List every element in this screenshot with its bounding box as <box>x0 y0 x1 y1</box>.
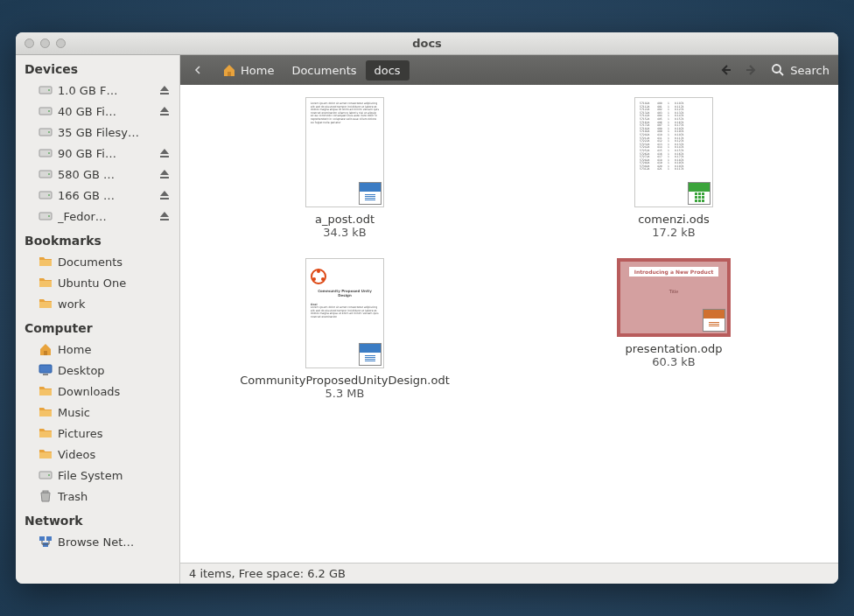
home-icon <box>38 342 52 356</box>
drive-icon <box>38 146 52 160</box>
breadcrumb-label: Documents <box>291 64 356 77</box>
sidebar-item[interactable]: Music <box>16 402 179 423</box>
svg-rect-15 <box>43 374 48 375</box>
sidebar-item[interactable]: Browse Net… <box>16 531 179 552</box>
svg-line-23 <box>780 72 783 75</box>
drive-icon <box>38 125 52 139</box>
file-thumbnail: Introducing a New ProductTitle <box>617 258 731 337</box>
filetype-badge-writer-icon <box>359 343 382 366</box>
pres-sub: Title <box>669 289 679 294</box>
sidebar-item[interactable]: Documents <box>16 251 179 272</box>
file-thumbnail: 57102440010.107457112440110.117457122440… <box>634 97 713 207</box>
breadcrumb-label: Home <box>241 64 274 77</box>
file-size: 17.2 kB <box>652 226 696 239</box>
file-name: presentation.odp <box>622 342 726 355</box>
svg-point-1 <box>48 89 50 91</box>
sidebar-item[interactable]: Videos <box>16 444 179 465</box>
sidebar-item-label: File System <box>58 469 171 482</box>
sidebar-item-label: Videos <box>58 448 171 461</box>
status-text: 4 items, Free space: 6.2 GB <box>189 567 346 580</box>
sidebar-header: Computer <box>16 314 179 339</box>
eject-icon[interactable] <box>158 105 171 117</box>
sidebar-item-label: Ubuntu One <box>58 276 171 290</box>
window-body: Devices1.0 GB F…40 GB Fi…35 GB Filesy…90… <box>16 55 838 584</box>
breadcrumb-home[interactable]: Home <box>214 60 283 80</box>
sidebar-item[interactable]: 40 GB Fi… <box>16 101 179 122</box>
file-size: 5.3 MB <box>326 387 365 400</box>
sidebar-item[interactable]: Trash <box>16 486 179 507</box>
main-area: Home Documents docs Search Lorem i <box>180 55 838 584</box>
filetype-badge-calc-icon <box>688 182 710 205</box>
svg-rect-18 <box>43 491 48 493</box>
home-icon <box>222 63 236 77</box>
drive-icon <box>38 83 52 97</box>
sidebar-item[interactable]: 580 GB … <box>16 164 179 185</box>
sidebar-item[interactable]: _Fedor… <box>16 206 179 227</box>
svg-point-3 <box>48 110 50 112</box>
eject-icon[interactable] <box>158 210 171 222</box>
filetype-badge-impress-icon <box>703 309 725 332</box>
file-thumbnail: Community Proposed Unity DesignGoalLorem… <box>305 258 384 368</box>
file-item[interactable]: Lorem ipsum dolor sit amet consectetur a… <box>180 92 509 244</box>
sidebar-item[interactable]: Desktop <box>16 360 179 381</box>
toolbar: Home Documents docs Search <box>180 55 838 85</box>
nav-forward-icon[interactable] <box>745 63 759 77</box>
file-item[interactable]: Community Proposed Unity DesignGoalLorem… <box>180 253 509 405</box>
breadcrumb-documents[interactable]: Documents <box>283 60 365 80</box>
sidebar-item[interactable]: File System <box>16 465 179 486</box>
eject-icon[interactable] <box>158 189 171 201</box>
search-button[interactable]: Search <box>771 63 830 77</box>
titlebar[interactable]: docs <box>16 32 838 55</box>
sidebar-item[interactable]: Home <box>16 339 179 360</box>
search-icon <box>771 63 785 77</box>
sidebar-item[interactable]: 1.0 GB F… <box>16 80 179 101</box>
svg-point-9 <box>48 173 50 175</box>
network-icon <box>38 535 52 549</box>
eject-icon[interactable] <box>158 147 171 159</box>
sidebar-item[interactable]: Pictures <box>16 423 179 444</box>
trash-icon <box>38 489 52 503</box>
svg-point-26 <box>321 277 325 281</box>
file-item[interactable]: Introducing a New ProductTitlepresentati… <box>509 253 838 405</box>
file-item[interactable]: 57102440010.107457112440110.117457122440… <box>509 92 838 244</box>
nav-back-icon[interactable] <box>718 63 732 77</box>
search-label: Search <box>790 64 830 77</box>
file-manager-window: docs Devices1.0 GB F…40 GB Fi…35 GB File… <box>16 32 838 584</box>
sidebar-item[interactable]: 90 GB Fi… <box>16 143 179 164</box>
eject-icon[interactable] <box>158 84 171 96</box>
eject-icon[interactable] <box>158 168 171 180</box>
file-size: 34.3 kB <box>323 226 367 239</box>
file-name: CommunityProposedUnityDesign.odt <box>236 374 453 387</box>
svg-rect-14 <box>39 365 52 373</box>
back-button[interactable] <box>189 61 206 79</box>
pres-title: Introducing a New Product <box>629 267 719 276</box>
toolbar-right: Search <box>718 63 830 77</box>
sidebar-item[interactable]: Ubuntu One <box>16 272 179 293</box>
svg-point-5 <box>48 131 50 133</box>
breadcrumb-current[interactable]: docs <box>366 60 410 80</box>
sidebar-item-label: 90 GB Fi… <box>58 147 153 160</box>
svg-point-25 <box>317 270 320 273</box>
sidebar-item-label: 1.0 GB F… <box>58 84 153 97</box>
breadcrumb-label: docs <box>374 64 401 77</box>
sidebar-item-label: Desktop <box>58 364 171 377</box>
drive-icon <box>38 167 52 181</box>
svg-point-13 <box>48 215 50 217</box>
window-title: docs <box>16 37 838 50</box>
sidebar-item[interactable]: work <box>16 293 179 314</box>
drive-icon <box>38 468 52 482</box>
file-grid[interactable]: Lorem ipsum dolor sit amet consectetur a… <box>180 85 838 563</box>
desktop-icon <box>38 363 52 377</box>
sidebar-item-label: Music <box>58 406 171 419</box>
file-thumbnail: Lorem ipsum dolor sit amet consectetur a… <box>305 97 384 207</box>
statusbar: 4 items, Free space: 6.2 GB <box>180 563 838 584</box>
sidebar-item[interactable]: 166 GB … <box>16 185 179 206</box>
sidebar-item[interactable]: Downloads <box>16 381 179 402</box>
sidebar-item[interactable]: 35 GB Filesy… <box>16 122 179 143</box>
file-size: 60.3 kB <box>652 355 696 368</box>
svg-point-22 <box>773 65 780 73</box>
svg-point-11 <box>48 194 50 196</box>
sidebar: Devices1.0 GB F…40 GB Fi…35 GB Filesy…90… <box>16 55 180 584</box>
svg-rect-19 <box>39 536 45 541</box>
sidebar-item-label: Documents <box>58 256 171 269</box>
